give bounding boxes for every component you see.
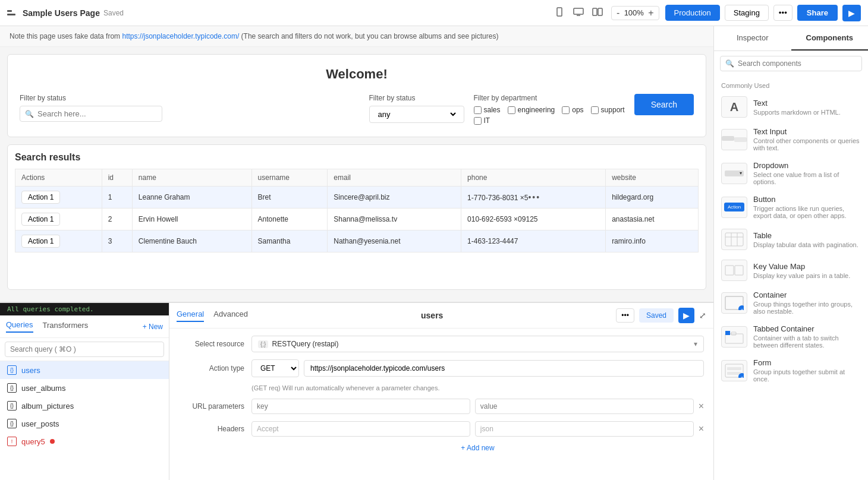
checkbox-engineering-input[interactable] xyxy=(508,106,515,114)
tab-general[interactable]: General xyxy=(177,310,204,322)
page-title: Sample Users Page xyxy=(23,8,100,18)
component-item-key-value map[interactable]: Key Value MapDisplay key value pairs in … xyxy=(714,255,868,286)
search-components-input[interactable] xyxy=(738,59,857,68)
query-label-users: users xyxy=(21,366,40,375)
cell-username: Bret xyxy=(251,187,328,209)
resource-select[interactable]: {;} RESTQuery (restapi) ▾ xyxy=(251,336,704,352)
checkbox-sales-input[interactable] xyxy=(474,106,482,114)
checkbox-support[interactable]: support xyxy=(591,106,625,114)
queries-tab[interactable]: Queries xyxy=(6,320,33,333)
tab-advanced[interactable]: Advanced xyxy=(213,310,248,322)
component-item-dropdown[interactable]: ▾DropdownSelect one value from a list of… xyxy=(714,156,868,190)
component-item-tabbed-container[interactable]: Tabbed ContainerContainer with a tab to … xyxy=(714,320,868,353)
query-editor-tabs: General Advanced xyxy=(177,310,248,322)
component-item-button[interactable]: ActionButtonTrigger actions like run que… xyxy=(714,190,868,224)
query-search-input[interactable] xyxy=(5,342,164,357)
query-more-button[interactable]: ••• xyxy=(616,308,634,323)
query-item-query5[interactable]: !query5 xyxy=(0,432,169,450)
query-editor: General Advanced users ••• Saved ▶ ⤢ Sel… xyxy=(169,303,713,480)
canvas-notice: Note this page uses fake data from https… xyxy=(0,26,713,47)
phone-more-button[interactable]: ••• xyxy=(528,192,540,202)
expand-button[interactable]: ⤢ xyxy=(699,311,706,320)
checkbox-ops-input[interactable] xyxy=(562,106,570,114)
split-view-button[interactable] xyxy=(590,4,605,21)
component-item-table[interactable]: TableDisplay tabular data with paginatio… xyxy=(714,224,868,255)
zoom-out-button[interactable]: - xyxy=(615,8,621,18)
new-query-button[interactable]: + New xyxy=(143,323,163,331)
headers-label: Headers xyxy=(179,425,244,433)
url-input[interactable] xyxy=(304,360,704,377)
url-key-input[interactable] xyxy=(251,399,470,414)
checkbox-it[interactable]: IT xyxy=(474,116,490,125)
component-thumb-text-input xyxy=(721,129,747,150)
query-form: Select resource {;} RESTQuery (restapi) … xyxy=(169,329,713,480)
tab-inspector[interactable]: Inspector xyxy=(714,26,791,50)
action-1-button[interactable]: Action 1 xyxy=(21,191,60,204)
header-value-input[interactable] xyxy=(475,421,694,437)
header-key-input[interactable] xyxy=(251,421,470,437)
components-list: ATextSupports markdown or HTML.Text Inpu… xyxy=(714,91,868,387)
checkbox-it-input[interactable] xyxy=(474,117,482,125)
tab-components[interactable]: Components xyxy=(791,26,869,50)
action-1-button[interactable]: Action 1 xyxy=(21,213,60,226)
zoom-in-button[interactable]: + xyxy=(647,8,655,18)
component-item-form[interactable]: +FormGroup inputs together submit at onc… xyxy=(714,353,868,387)
checkbox-engineering[interactable]: engineering xyxy=(508,106,555,114)
topbar: Sample Users Page Saved - 100% + Product… xyxy=(0,0,868,26)
query-item-user_posts[interactable]: {}user_posts xyxy=(0,415,169,432)
production-button[interactable]: Production xyxy=(665,5,720,21)
query-item-users[interactable]: {}users xyxy=(0,361,169,379)
component-item-container[interactable]: +ContainerGroup things together into gro… xyxy=(714,286,868,320)
table-row: Action 13Clementine BauchSamanthaNathan@… xyxy=(15,230,699,252)
query-list: {}users{}user_albums{}album_pictures{}us… xyxy=(0,361,169,480)
query-saved-button[interactable]: Saved xyxy=(639,308,674,323)
component-thumb-tabbed-container xyxy=(721,326,747,348)
component-item-text[interactable]: ATextSupports markdown or HTML. xyxy=(714,91,868,122)
remove-header-button[interactable]: × xyxy=(699,424,704,434)
run-query-button[interactable]: ▶ xyxy=(678,308,694,323)
url-params-label: URL parameters xyxy=(179,402,244,410)
component-info-table: TableDisplay tabular data with paginatio… xyxy=(753,231,861,248)
preview-button[interactable]: ▶ xyxy=(842,5,861,21)
editor-query-name: users xyxy=(255,311,609,320)
search-here-input[interactable] xyxy=(37,109,157,118)
component-thumb-dropdown: ▾ xyxy=(721,163,747,184)
checkbox-ops[interactable]: ops xyxy=(562,106,583,114)
notice-link[interactable]: https://jsonplaceholder.typicode.com/ xyxy=(122,32,239,40)
checkbox-support-input[interactable] xyxy=(591,106,599,114)
commonly-used-label: Commonly Used xyxy=(714,76,868,91)
any-select[interactable]: any xyxy=(376,109,458,119)
search-button[interactable]: Search xyxy=(634,94,694,115)
mobile-view-button[interactable] xyxy=(552,4,567,21)
dropdown-wrap[interactable]: any xyxy=(369,106,464,123)
col-website: website xyxy=(606,169,699,187)
saved-status: Saved xyxy=(103,9,124,17)
action-1-button[interactable]: Action 1 xyxy=(21,235,60,248)
staging-button[interactable]: Staging xyxy=(725,5,769,21)
method-select[interactable]: GET POST PUT DELETE xyxy=(251,359,299,377)
remove-param-button[interactable]: × xyxy=(699,401,704,412)
headers-kv: × xyxy=(251,421,704,437)
component-info-button: ButtonTrigger actions like run queries, … xyxy=(753,195,861,219)
cell-username: Samantha xyxy=(251,230,328,252)
resource-chevron-icon: ▾ xyxy=(694,340,697,348)
desktop-view-button[interactable] xyxy=(571,4,586,21)
search-input-wrap[interactable]: 🔍 xyxy=(20,106,162,122)
transformers-tab[interactable]: Transformers xyxy=(43,321,89,332)
add-new-button[interactable]: + Add new xyxy=(251,444,704,452)
component-thumb-key-value map xyxy=(721,260,747,281)
query-label-query5: query5 xyxy=(21,437,45,446)
col-phone: phone xyxy=(461,169,606,187)
more-options-button[interactable]: ••• xyxy=(773,5,792,21)
search-components-wrap[interactable]: 🔍 xyxy=(720,56,862,71)
checkbox-sales[interactable]: sales xyxy=(474,106,501,114)
url-value-input[interactable] xyxy=(475,399,694,414)
component-item-text-input[interactable]: Text InputControl other components or qu… xyxy=(714,122,868,156)
share-button[interactable]: Share xyxy=(797,5,838,21)
filter-status-1: Filter by status 🔍 xyxy=(20,94,360,122)
component-name-label: Text Input xyxy=(753,127,861,136)
query-item-user_albums[interactable]: {}user_albums xyxy=(0,379,169,397)
query-item-album_pictures[interactable]: {}album_pictures xyxy=(0,397,169,415)
component-desc-label: Container with a tab to switch between d… xyxy=(753,334,861,349)
cell-phone: 1-770-736-8031 ×5••• xyxy=(461,187,606,209)
